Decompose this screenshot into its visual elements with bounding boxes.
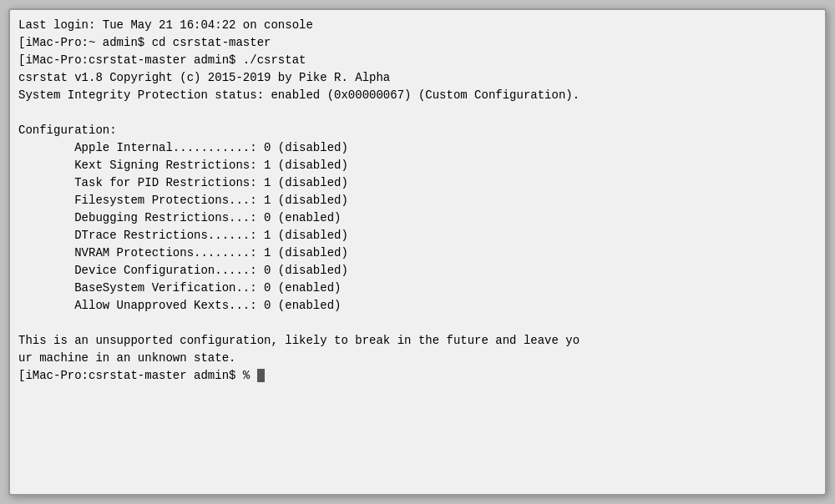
terminal-cursor — [257, 369, 265, 382]
terminal-line: Device Configuration.....: 0 (disabled) — [18, 264, 348, 277]
terminal-line: Allow Unapproved Kexts...: 0 (enabled) — [18, 299, 341, 312]
terminal-line: NVRAM Protections........: 1 (disabled) — [18, 246, 348, 260]
terminal-line: ur machine in an unknown state. — [18, 351, 235, 365]
terminal-body[interactable]: Last login: Tue May 21 16:04:22 on conso… — [10, 10, 825, 494]
terminal-line: [iMac-Pro:~ admin$ cd csrstat-master — [18, 36, 271, 49]
terminal-line: Debugging Restrictions...: 0 (enabled) — [18, 211, 341, 224]
terminal-line: DTrace Restrictions......: 1 (disabled) — [18, 229, 348, 242]
terminal-line: Apple Internal...........: 0 (disabled) — [18, 141, 348, 154]
terminal-line: Filesystem Protections...: 1 (disabled) — [18, 194, 348, 207]
terminal-line: Kext Signing Restrictions: 1 (disabled) — [18, 159, 348, 172]
terminal-line: BaseSystem Verification..: 0 (enabled) — [18, 281, 341, 295]
terminal-line: csrstat v1.8 Copyright (c) 2015-2019 by … — [18, 71, 390, 84]
terminal-line: System Integrity Protection status: enab… — [18, 88, 579, 102]
terminal-line: [iMac-Pro:csrstat-master admin$ ./csrsta… — [18, 53, 306, 67]
terminal-line: Configuration: — [18, 123, 117, 137]
terminal-line: This is an unsupported configuration, li… — [18, 334, 579, 347]
terminal-line: Task for PID Restrictions: 1 (disabled) — [18, 176, 348, 189]
terminal-line: Last login: Tue May 21 16:04:22 on conso… — [18, 18, 313, 32]
terminal-line: [iMac-Pro:csrstat-master admin$ % — [18, 369, 257, 382]
terminal-window: Last login: Tue May 21 16:04:22 on conso… — [8, 8, 827, 496]
